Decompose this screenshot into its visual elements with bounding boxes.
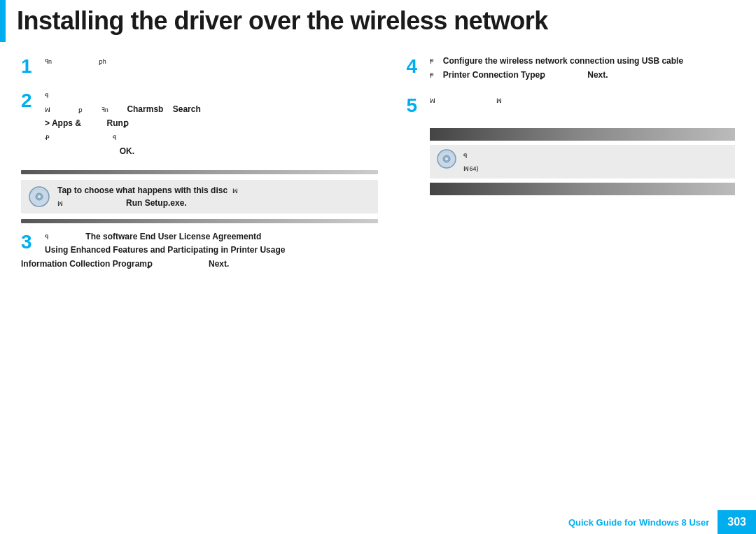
divider-1 [21, 170, 378, 174]
step-3-line2: Using Enhanced Features and Participatin… [21, 244, 378, 257]
printer-connection-text: Printer Connection Typeꝑ [443, 70, 545, 80]
step-5-notif-line1: ꟼ [463, 149, 478, 162]
step-4-content: Ᵽ Configure the wireless network connect… [430, 55, 735, 83]
disc-icon [28, 185, 50, 208]
notification-bold-line: Tap to choose what happens with this dis… [57, 184, 238, 197]
run-setup-text: Run Setup.exe. [126, 198, 187, 208]
step-1-text: ꟼn ꝑh [45, 55, 378, 67]
step-4-line2: Ᵽ Printer Connection Typeꝑ Next. [430, 69, 735, 81]
step-2-ok: OK. [45, 145, 378, 157]
right-column: 4 Ᵽ Configure the wireless network conne… [392, 55, 735, 282]
step-3-line3: Information Collection Programꝑ Next. [21, 258, 378, 271]
step-1-block: 1 ꟼn ꝑh [21, 55, 378, 78]
svg-point-2 [38, 195, 41, 198]
run-text: Runꝑ [107, 118, 129, 128]
step-1-content: ꟼn ꝑh [45, 55, 378, 69]
step-2-block: 2 ꟼ ꟽ ꝑ ꟻn Charmsb Search [21, 89, 378, 159]
title-section: Installing the driver over the wireless … [0, 0, 756, 42]
page-container: Installing the driver over the wireless … [0, 0, 756, 534]
page-title: Installing the driver over the wireless … [17, 7, 742, 35]
step-2-content: ꟼ ꟽ ꝑ ꟻn Charmsb Search [45, 89, 378, 159]
step-4-block: 4 Ᵽ Configure the wireless network conne… [406, 55, 735, 83]
main-content: 1 ꟼn ꝑh 2 ꟼ ꟽ [0, 55, 756, 282]
footer: Quick Guide for Windows 8 User 303 [560, 510, 756, 534]
notification-bold-text: Tap to choose what happens with this dis… [57, 185, 227, 195]
left-column: 1 ꟼn ꝑh 2 ꟼ ꟽ [21, 55, 392, 282]
step-3-line1: ꟼ The software End User License Agreemen… [21, 230, 378, 244]
divider-2 [21, 219, 378, 223]
step-1-text2: ꝑh [99, 58, 106, 65]
step-2-line3: > Apps & Runꝑ [45, 117, 378, 129]
step-2-search: Search [173, 104, 201, 114]
step-5-boxes-area: ꟼ ꟽ64) [406, 128, 735, 195]
enhanced-features-text: Using Enhanced Features and Participatin… [45, 245, 285, 255]
step-4-line1: Ᵽ Configure the wireless network connect… [430, 55, 735, 67]
step-1-icon: ꟼn [45, 58, 52, 65]
eula-text: The software End User License Agreementd [85, 232, 261, 241]
footer-page-number: 303 [718, 510, 756, 534]
notification-sub-line: ꟽ Run Setup.exe. [57, 197, 238, 209]
info-icon [437, 149, 456, 169]
step-2-number: 2 [21, 89, 38, 113]
collection-program-text: Information Collection Programꝑ [21, 259, 153, 269]
step-4-number: 4 [406, 55, 423, 78]
apps-text: > Apps & [45, 118, 81, 128]
step-5-notif-line2: ꟽ64) [463, 162, 478, 174]
step-5-bar-top [430, 128, 735, 141]
step-5-notification: ꟼ ꟽ64) [430, 145, 735, 178]
step-5-bar-bottom [430, 183, 735, 195]
configure-wireless-text: Configure the wireless network connectio… [443, 56, 683, 66]
step-5-block: 5 ꟽ ꟽ [406, 94, 735, 118]
step-5-notification-text: ꟼ ꟽ64) [463, 149, 478, 174]
footer-guide-text: Quick Guide for Windows 8 User [560, 512, 718, 533]
ok-text: OK. [120, 146, 134, 156]
step-2-line2: ꟽ ꝑ ꟻn Charmsb Search [45, 103, 378, 115]
step-3-content: ꟼ The software End User License Agreemen… [21, 230, 378, 271]
step-5-number: 5 [406, 94, 423, 118]
step-5-text: ꟽ ꟽ [430, 94, 735, 106]
step-2-notification: Tap to choose what happens with this dis… [21, 180, 378, 213]
step-3-next: Next. [209, 259, 229, 269]
step-2-line4: Ꝓ ꟼ [45, 131, 378, 143]
step-5-content: ꟽ ꟽ [430, 94, 735, 108]
svg-point-5 [445, 157, 448, 160]
step-1-number: 1 [21, 55, 38, 78]
step-2-notification-text: Tap to choose what happens with this dis… [57, 184, 238, 209]
step-2-line1: ꟼ [45, 89, 378, 101]
step-4-next: Next. [587, 70, 608, 80]
step-2-charms: Charmsb [127, 104, 163, 114]
step-3-block: 3 ꟼ The software End User License Agreem… [21, 230, 378, 271]
step-3-number: 3 [21, 230, 38, 254]
